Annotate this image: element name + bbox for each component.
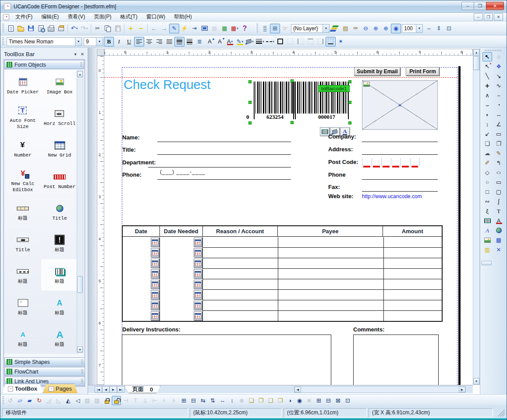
toolbox-item-red-barcode[interactable]: Post Number bbox=[41, 164, 78, 196]
bold-button[interactable]: B bbox=[104, 37, 114, 46]
toolbox-item-globe[interactable]: Title bbox=[41, 196, 78, 228]
rich-text-tool-button[interactable]: A bbox=[494, 216, 503, 225]
name-input-line[interactable] bbox=[157, 142, 291, 142]
unlock-object-button[interactable] bbox=[112, 396, 121, 405]
wordart-tool-button[interactable]: A bbox=[482, 226, 492, 235]
date-picker-button[interactable] bbox=[151, 301, 159, 310]
toolbox-item-slider[interactable]: Title bbox=[4, 228, 41, 259]
date-needed-picker-button[interactable] bbox=[194, 280, 202, 289]
menu-编辑E[interactable]: 编辑(E) bbox=[37, 12, 63, 21]
preview-window-button[interactable] bbox=[199, 24, 209, 33]
bring-to-front-button[interactable]: ❏ bbox=[247, 396, 256, 405]
export-form-button[interactable] bbox=[56, 24, 66, 33]
toolbox-item-image[interactable]: Image Box bbox=[41, 70, 78, 101]
postcode-cell[interactable] bbox=[362, 158, 372, 166]
postcode-cell[interactable] bbox=[391, 158, 401, 166]
zoom-in-button[interactable]: ⊕ bbox=[371, 24, 381, 33]
mdi-minimize-button[interactable]: – bbox=[474, 13, 483, 21]
bring-forward-button[interactable]: ❑ bbox=[266, 396, 275, 405]
chevron-down-icon[interactable]: ▾ bbox=[86, 27, 88, 30]
image-tool-button[interactable] bbox=[482, 235, 492, 245]
date-needed-picker-button[interactable] bbox=[194, 238, 202, 247]
behind-object-button[interactable]: ◉ bbox=[295, 396, 304, 405]
front-of-object-button[interactable]: ◑ bbox=[285, 396, 294, 405]
skew-button[interactable]: ▰ bbox=[25, 396, 34, 405]
comments-box[interactable] bbox=[353, 335, 439, 385]
date-picker-button[interactable] bbox=[151, 259, 159, 268]
dimension-angle-tool-button[interactable]: ∠ bbox=[494, 120, 503, 129]
first-page-icon[interactable]: |◀ bbox=[95, 386, 102, 393]
zoom-level[interactable]: 100▼ bbox=[402, 24, 423, 33]
tab-pages[interactable]: ◔Pages bbox=[43, 384, 78, 393]
toolbox-item-barcode-stack[interactable]: 标题 bbox=[41, 259, 78, 291]
rubber-band-select-tool-button[interactable]: ◌ bbox=[494, 52, 503, 61]
menu-查看V[interactable]: 查看(V) bbox=[63, 12, 89, 21]
layer-properties-button[interactable]: ▤ bbox=[340, 24, 351, 33]
toolbox-scrollbar[interactable]: ▲ ▼ bbox=[77, 71, 83, 353]
columns-tool-button[interactable]: ▥ bbox=[482, 245, 492, 254]
date-picker-button[interactable] bbox=[151, 269, 159, 278]
toolbar-grip[interactable] bbox=[2, 24, 4, 33]
scroll-down-icon[interactable]: ▼ bbox=[77, 346, 83, 352]
tab-order-button[interactable]: ⇥ bbox=[189, 24, 199, 33]
toolbox-item-calc-yen[interactable]: ¥New Calc Editbox bbox=[4, 164, 41, 196]
delivery-instructions-box[interactable] bbox=[122, 335, 331, 385]
toolbox-item-auto-font[interactable]: TAuto Font Size bbox=[4, 101, 41, 133]
menu-帮助H[interactable]: 帮助(H) bbox=[170, 12, 196, 21]
mdi-restore-button[interactable]: ❐ bbox=[484, 13, 493, 21]
chevron-down-icon[interactable]: ▾ bbox=[231, 40, 233, 43]
layers-button[interactable] bbox=[330, 24, 340, 33]
request-table[interactable]: DateDate NeededReason / AccountPayeeAmou… bbox=[122, 225, 443, 322]
chevron-down-icon[interactable]: ▼ bbox=[75, 38, 82, 46]
date-needed-picker-button[interactable] bbox=[194, 248, 202, 257]
phone2-input-line[interactable] bbox=[362, 179, 438, 180]
send-backward-button[interactable]: ❒ bbox=[276, 396, 285, 405]
chevron-down-icon[interactable]: ▾ bbox=[237, 27, 238, 30]
remove-object-button[interactable]: − bbox=[136, 24, 146, 33]
phone-input-line[interactable] bbox=[157, 179, 291, 180]
chevron-down-icon[interactable]: ▾ bbox=[252, 40, 254, 43]
print-preview-button[interactable] bbox=[36, 24, 46, 33]
horizontal-scrollbar[interactable]: ◀ ▶ bbox=[294, 386, 466, 393]
align-justify-button[interactable] bbox=[164, 37, 174, 46]
align-right-button[interactable] bbox=[154, 37, 164, 46]
section-simple-shapes[interactable]: Simple Shapes bbox=[4, 357, 85, 367]
toolbox-item-exclaim[interactable]: !标题 bbox=[41, 228, 78, 259]
callout-tool-button[interactable]: ❑ bbox=[482, 139, 492, 148]
department-input-line[interactable] bbox=[148, 167, 291, 167]
fax-input-line[interactable] bbox=[362, 191, 438, 192]
phone-mask[interactable]: (___) ____-____ bbox=[160, 169, 206, 175]
postcode-input[interactable] bbox=[362, 158, 420, 166]
ellipse-tool-button[interactable]: ○ bbox=[494, 168, 503, 177]
nav-forward-button[interactable]: → bbox=[159, 24, 169, 33]
last-page-icon[interactable]: ▶| bbox=[117, 386, 124, 393]
bezier-tool-button[interactable]: ∫ bbox=[494, 197, 503, 206]
zoom-selection-button[interactable]: ⊕ bbox=[381, 24, 391, 33]
postcode-cell[interactable] bbox=[401, 158, 410, 166]
toolbar-grip[interactable] bbox=[2, 396, 4, 405]
submit-by-email-button[interactable]: Submit by Email bbox=[354, 67, 401, 76]
selection-handle[interactable] bbox=[291, 79, 294, 82]
section-flowchart[interactable]: FlowChart bbox=[4, 367, 85, 376]
tab-toolbox[interactable]: ◔ToolBox bbox=[2, 384, 43, 393]
date-picker-button[interactable] bbox=[151, 280, 159, 289]
toolbox-item-a-cyan-big[interactable]: A标题 bbox=[41, 322, 78, 354]
company-input-line[interactable] bbox=[362, 142, 438, 142]
pan-tool-button[interactable]: ☞ bbox=[280, 24, 290, 33]
menu-页面P[interactable]: 页面(P) bbox=[89, 12, 116, 21]
toolbox-item-ruler-bar[interactable]: 标题 bbox=[4, 196, 41, 228]
highlight-color-button[interactable]: ✎▾ bbox=[235, 37, 245, 46]
design-canvas[interactable]: 012345678 01234567 Check Request Submit … bbox=[88, 48, 481, 394]
toolbar-grip[interactable] bbox=[2, 37, 4, 46]
closed-freeform-tool-button[interactable]: ∾ bbox=[482, 197, 492, 206]
scrollbar-thumb[interactable] bbox=[77, 276, 83, 293]
underline-button[interactable]: U bbox=[124, 37, 134, 46]
expand-down-button[interactable]: ⊡ bbox=[343, 396, 352, 405]
selection-handle[interactable] bbox=[248, 121, 252, 125]
circle-tool-button[interactable]: ○ bbox=[482, 178, 492, 187]
valign-center-button[interactable] bbox=[174, 37, 184, 46]
zoom-dynamic-button[interactable]: ◉ bbox=[391, 24, 401, 33]
run-mode-button[interactable]: ⚡ bbox=[179, 24, 189, 33]
undo-button[interactable]: ↶▾ bbox=[69, 24, 79, 33]
close-icon[interactable]: ✕ bbox=[79, 50, 86, 57]
